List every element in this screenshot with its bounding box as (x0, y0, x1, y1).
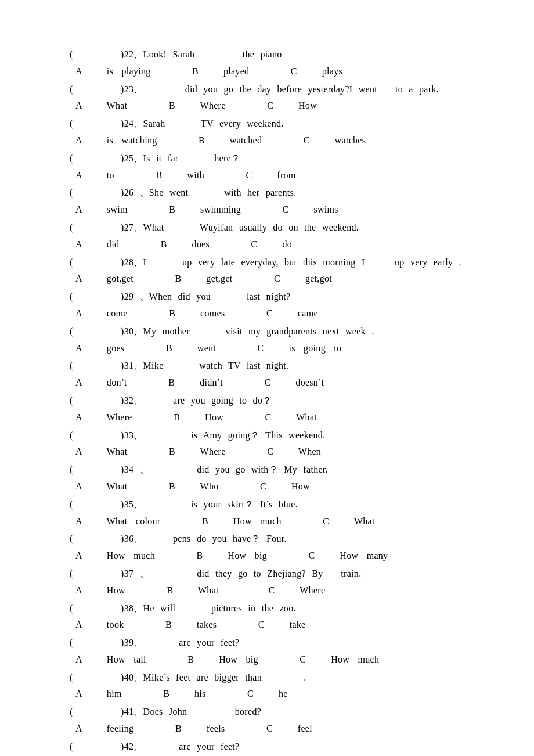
question-text-23: ( )23、 did you go the day before yesterd… (70, 81, 476, 98)
question-text-33: ( )33、 is Amy going？ This weekend. (70, 427, 476, 444)
question-block-23: ( )23、 did you go the day before yesterd… (70, 81, 476, 115)
question-text-37: ( )37 、 did they go to Zhejiang? By trai… (70, 566, 476, 582)
question-block-25: ( )25、Is it far here？A to B with C from (70, 150, 476, 184)
question-text-26: ( )26 、She went with her parents. (70, 185, 476, 201)
question-text-30: ( )30、My mother visit my grandparents ne… (70, 323, 476, 340)
question-block-34: ( )34 、 did you go with？ My father.A Wha… (70, 462, 476, 495)
options-text-28: A got,get B get,get C get,got (70, 271, 476, 287)
question-block-27: ( )27、What Wuyifan usually do on the wee… (70, 219, 476, 253)
question-text-41: ( )41、Does John bored? (70, 704, 476, 721)
options-text-31: A don’t B didn’t C doesn’t (70, 375, 476, 391)
question-text-34: ( )34 、 did you go with？ My father. (70, 462, 476, 478)
options-text-41: A feeling B feels C feel (70, 721, 476, 737)
options-text-37: A How B What C Where (70, 582, 476, 599)
question-text-24: ( )24、Sarah TV every weekend. (70, 116, 476, 132)
question-text-38: ( )38、He will pictures in the zoo. (70, 600, 476, 617)
options-text-26: A swim B swimming C swims (70, 201, 476, 218)
question-block-40: ( )40、Mike’s feet are bigger than .A him… (70, 669, 476, 703)
question-text-40: ( )40、Mike’s feet are bigger than . (70, 669, 476, 686)
question-block-26: ( )26 、She went with her parents.A swim … (70, 185, 476, 218)
question-text-36: ( )36、 pens do you have？ Four. (70, 531, 476, 548)
options-text-35: A What colour B How much C What (70, 513, 476, 530)
question-block-28: ( )28、I up very late everyday, but this … (70, 254, 476, 288)
question-block-38: ( )38、He will pictures in the zoo.A took… (70, 600, 476, 634)
options-text-29: A come B comes C came (70, 305, 476, 322)
question-block-35: ( )35、 is your skirt？ It’s blue.A What c… (70, 496, 476, 530)
question-text-31: ( )31、Mike watch TV last night. (70, 358, 476, 375)
question-text-28: ( )28、I up very late everyday, but this … (70, 254, 476, 271)
question-block-42: ( )42、 are your feet?A. How tall B.How b… (70, 739, 476, 756)
question-block-37: ( )37 、 did they go to Zhejiang? By trai… (70, 566, 476, 599)
options-text-36: A How much B How big C How many (70, 548, 476, 564)
question-block-24: ( )24、Sarah TV every weekend.A is watchi… (70, 116, 476, 149)
options-text-24: A is watching B watched C watches (70, 132, 476, 149)
question-block-29: ( )29 、When did you last night?A come B … (70, 289, 476, 322)
options-text-25: A to B with C from (70, 167, 476, 184)
question-block-39: ( )39、 are your feet?A How tall B How bi… (70, 635, 476, 668)
question-text-29: ( )29 、When did you last night? (70, 289, 476, 305)
question-block-32: ( )32、 are you going to do？A Where B How… (70, 393, 476, 426)
options-text-30: A goes B went C is going to (70, 340, 476, 357)
options-text-38: A took B takes C take (70, 617, 476, 633)
question-block-31: ( )31、Mike watch TV last night.A don’t B… (70, 358, 476, 391)
options-text-32: A Where B How C What (70, 409, 476, 426)
question-text-27: ( )27、What Wuyifan usually do on the wee… (70, 219, 476, 236)
question-text-42: ( )42、 are your feet? (70, 739, 476, 755)
question-block-36: ( )36、 pens do you have？ Four.A How much… (70, 531, 476, 564)
question-block-22: ( )22、Look! Sarah the pianoA is playing … (70, 46, 476, 80)
question-block-41: ( )41、Does John bored?A feeling B feels … (70, 704, 476, 737)
question-block-33: ( )33、 is Amy going？ This weekend.A What… (70, 427, 476, 461)
options-text-33: A What B Where C When (70, 444, 476, 460)
options-text-34: A What B Who C How (70, 478, 476, 495)
question-block-30: ( )30、My mother visit my grandparents ne… (70, 323, 476, 357)
options-text-27: A did B does C do (70, 236, 476, 253)
question-text-39: ( )39、 are your feet? (70, 635, 476, 651)
options-text-23: A What B Where C How (70, 98, 476, 114)
options-text-40: A him B his C he (70, 686, 476, 703)
options-text-39: A How tall B How big C How much (70, 651, 476, 668)
questions-container: ( )22、Look! Sarah the pianoA is playing … (70, 46, 476, 756)
question-text-25: ( )25、Is it far here？ (70, 150, 476, 167)
question-text-32: ( )32、 are you going to do？ (70, 393, 476, 409)
options-text-22: A is playing B played C plays (70, 63, 476, 80)
question-text-35: ( )35、 is your skirt？ It’s blue. (70, 496, 476, 513)
question-text-22: ( )22、Look! Sarah the piano (70, 46, 476, 63)
